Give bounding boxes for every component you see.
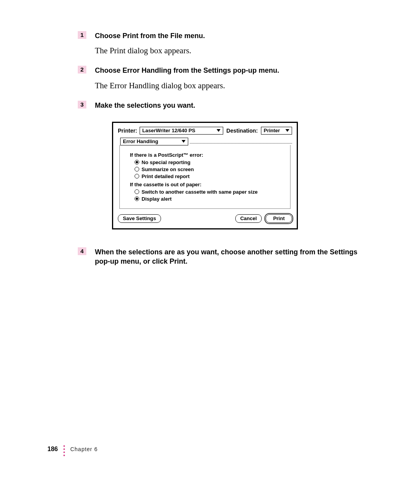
chevron-down-icon [182, 140, 186, 143]
radio-icon [135, 189, 139, 194]
postscript-error-title: If there is a PostScript™ error: [130, 152, 285, 158]
radio-switch-cassette[interactable]: Switch to another cassette with same pap… [135, 189, 285, 195]
destination-popup[interactable]: Printer [261, 127, 292, 135]
radio-label: No special reporting [142, 159, 191, 165]
chevron-down-icon [285, 129, 289, 132]
settings-popup[interactable]: Error Handling [120, 138, 188, 145]
radio-summarize-on-screen[interactable]: Summarize on screen [135, 166, 285, 172]
instruction-steps: 1 Choose Print from the File menu. The P… [78, 31, 373, 268]
step-heading: Choose Error Handling from the Settings … [95, 66, 373, 75]
page-number: 186 [47, 446, 58, 453]
radio-no-special-reporting[interactable]: No special reporting [135, 159, 285, 165]
radio-label: Print detailed report [142, 173, 190, 179]
step-number: 4 [78, 247, 86, 255]
printer-popup[interactable]: LaserWriter 12/640 PS [140, 127, 223, 135]
step-number: 1 [78, 31, 86, 39]
step-number: 2 [78, 66, 86, 74]
step-4: 4 When the selections are as you want, c… [78, 247, 373, 266]
radio-label: Switch to another cassette with same pap… [142, 189, 257, 195]
step-2: 2 Choose Error Handling from the Setting… [78, 66, 373, 98]
radio-icon [135, 160, 139, 164]
radio-icon [135, 174, 139, 178]
step-text: The Error Handling dialog box appears. [95, 81, 373, 91]
error-handling-group: If there is a PostScript™ error: No spec… [119, 145, 290, 209]
radio-icon [135, 196, 139, 201]
chapter-label: Chapter 6 [70, 446, 98, 452]
radio-icon [135, 167, 139, 172]
step-heading: Choose Print from the File menu. [95, 31, 373, 40]
radio-display-alert[interactable]: Display alert [135, 196, 285, 202]
step-3: 3 Make the selections you want. Printer:… [78, 101, 373, 245]
settings-popup-value: Error Handling [123, 138, 158, 144]
step-heading: Make the selections you want. [95, 101, 373, 110]
step-heading: When the selections are as you want, cho… [95, 247, 373, 266]
radio-label: Display alert [142, 196, 172, 202]
footer-dots-icon [63, 444, 65, 457]
step-1: 1 Choose Print from the File menu. The P… [78, 31, 373, 63]
print-dialog: Printer: LaserWriter 12/640 PS Destinati… [112, 122, 298, 229]
printer-label: Printer: [118, 128, 137, 134]
destination-label: Destination: [226, 128, 258, 134]
printer-popup-value: LaserWriter 12/640 PS [142, 128, 195, 133]
dialog-top-row: Printer: LaserWriter 12/640 PS Destinati… [118, 127, 292, 135]
destination-popup-value: Printer [264, 128, 280, 133]
radio-print-detailed-report[interactable]: Print detailed report [135, 173, 285, 179]
step-text: The Print dialog box appears. [95, 46, 373, 56]
settings-row: Error Handling [118, 138, 292, 145]
divider [190, 143, 292, 144]
chevron-down-icon [217, 129, 220, 132]
print-button[interactable]: Print [266, 214, 292, 223]
save-settings-button[interactable]: Save Settings [118, 214, 161, 223]
dialog-buttons: Save Settings Cancel Print [118, 214, 292, 223]
radio-label: Summarize on screen [142, 166, 194, 172]
cassette-out-title: If the cassette is out of paper: [130, 182, 285, 187]
page-footer: 186 Chapter 6 [47, 443, 98, 455]
cancel-button[interactable]: Cancel [235, 214, 262, 223]
step-number: 3 [78, 101, 86, 108]
